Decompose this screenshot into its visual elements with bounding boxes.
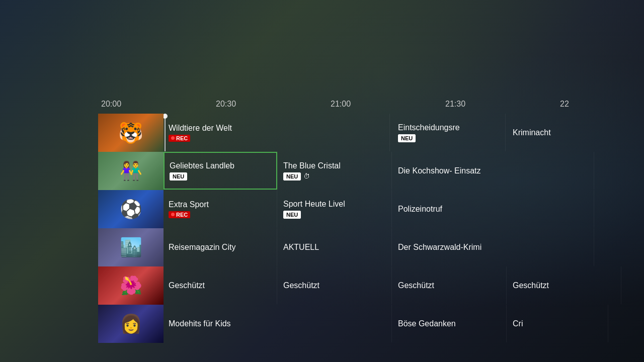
program-badges: REC bbox=[169, 135, 384, 142]
programs-2987: Extra Sport REC Sport Heute Livel NEU bbox=[164, 190, 644, 228]
rec-dot bbox=[171, 136, 175, 140]
program-block[interactable]: The Blue Cristal NEU ⏱ bbox=[278, 152, 392, 190]
program-title: Geschützt bbox=[283, 281, 386, 290]
time-slot-3: 21:30 bbox=[442, 100, 557, 109]
program-block[interactable]: Die Kochshow- Einsatz bbox=[393, 152, 594, 190]
program-title: Kriminacht bbox=[513, 128, 644, 137]
program-title: Cri bbox=[513, 319, 603, 328]
program-badges: NEU bbox=[398, 134, 500, 142]
program-badges: NEU bbox=[170, 172, 271, 180]
time-slot-2: 21:00 bbox=[328, 100, 442, 109]
time-slot-1: 20:30 bbox=[213, 100, 328, 109]
program-title: Extra Sport bbox=[169, 200, 272, 209]
time-indicator bbox=[165, 114, 166, 151]
program-block[interactable]: Kriminacht bbox=[508, 114, 644, 151]
program-title: Böse Gedanken bbox=[398, 319, 501, 328]
neu-badge: NEU bbox=[283, 172, 301, 180]
clock-badge: ⏱ bbox=[303, 172, 310, 180]
program-title: Geliebtes Landleb bbox=[170, 161, 271, 170]
program-title: Die Kochshow- Einsatz bbox=[398, 166, 589, 175]
program-title: Geschützt bbox=[398, 281, 501, 290]
programs-219: Geliebtes Landleb NEU The Blue Cristal N… bbox=[164, 152, 644, 190]
program-block[interactable]: Geschützt bbox=[278, 266, 392, 304]
program-badges: REC bbox=[169, 211, 272, 218]
rec-badge: REC bbox=[169, 135, 190, 142]
program-title: Sport Heute Livel bbox=[283, 200, 386, 209]
channel-thumbnail-219 bbox=[98, 152, 164, 190]
program-block[interactable]: Cri bbox=[508, 305, 608, 342]
program-block[interactable]: Geschützt bbox=[393, 266, 507, 304]
program-title: Geschützt bbox=[169, 281, 272, 290]
program-title: The Blue Cristal bbox=[283, 161, 386, 170]
program-block-selected[interactable]: Geliebtes Landleb NEU bbox=[164, 152, 277, 190]
programs-12: Modehits für Kids Böse Gedanken Cri bbox=[164, 305, 644, 342]
program-title: Geschützt bbox=[513, 281, 616, 290]
program-badges: NEU bbox=[283, 211, 386, 219]
rec-dot bbox=[171, 213, 175, 216]
program-title: Reisemagazin City bbox=[169, 243, 272, 252]
program-block[interactable]: Eintscheidungsre NEU bbox=[393, 114, 506, 151]
program-block[interactable]: AKTUELL bbox=[278, 228, 392, 266]
program-block[interactable]: Böse Gedanken bbox=[393, 305, 507, 342]
neu-badge: NEU bbox=[170, 172, 187, 180]
app-container: TV Programm Filtern Optionen OPT 20:05 U… bbox=[0, 0, 644, 362]
programs-216: Wildtiere der Welt REC Eintscheidungsre … bbox=[164, 114, 644, 151]
program-block[interactable]: Geschützt bbox=[164, 266, 277, 304]
program-title: Der Schwarzwald-Krimi bbox=[398, 243, 589, 252]
neu-badge: NEU bbox=[283, 211, 301, 219]
time-slots: 20:00 20:30 21:00 21:30 22 bbox=[98, 100, 644, 109]
program-title: Wildtiere der Welt bbox=[169, 124, 384, 133]
program-block[interactable]: Der Schwarzwald-Krimi bbox=[393, 228, 594, 266]
program-block[interactable]: Polizeinotruf bbox=[393, 190, 594, 228]
channel-thumbnail-2987 bbox=[98, 190, 164, 228]
program-block[interactable]: Extra Sport REC bbox=[164, 190, 277, 228]
program-title: Modehits für Kids bbox=[169, 319, 386, 328]
program-block[interactable]: Sport Heute Livel NEU bbox=[278, 190, 392, 228]
channel-thumbnail-1223 bbox=[98, 266, 164, 305]
time-slot-0: 20:00 bbox=[98, 100, 213, 109]
channel-thumbnail-12 bbox=[98, 305, 164, 343]
program-title: Eintscheidungsre bbox=[398, 123, 500, 132]
program-block[interactable]: Wildtiere der Welt REC bbox=[164, 114, 390, 151]
program-block[interactable]: Geschützt bbox=[508, 266, 621, 304]
program-block[interactable]: Modehits für Kids bbox=[164, 305, 392, 342]
channel-thumbnail-222 bbox=[98, 228, 164, 266]
time-slot-4: 22 bbox=[557, 100, 644, 109]
program-title: AKTUELL bbox=[283, 243, 386, 252]
programs-222: Reisemagazin City AKTUELL Der Schwarzwal… bbox=[164, 228, 644, 266]
neu-badge: NEU bbox=[398, 134, 416, 142]
program-block[interactable]: Reisemagazin City bbox=[164, 228, 277, 266]
rec-badge: REC bbox=[169, 211, 190, 218]
channel-thumbnail-216 bbox=[98, 114, 164, 152]
programs-1223: Geschützt Geschützt Geschützt Geschützt bbox=[164, 266, 644, 304]
program-title: Polizeinotruf bbox=[398, 205, 589, 214]
program-badges: NEU ⏱ bbox=[283, 172, 386, 180]
